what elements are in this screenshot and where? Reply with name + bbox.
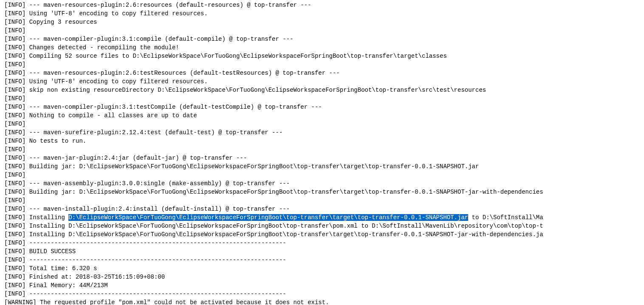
log-text: Installing D:\EclipseWorkSpace\ForTuoGon… xyxy=(29,231,543,238)
info-label: [INFO] xyxy=(4,197,25,204)
log-text: Total time: 6.320 s xyxy=(29,265,97,272)
console-output[interactable]: [INFO] --- maven-resources-plugin:2.6:re… xyxy=(0,0,644,305)
info-label: [INFO] xyxy=(4,206,25,212)
log-text: Building jar: D:\EclipseWorkSpace\ForTuo… xyxy=(29,163,479,170)
log-line: [INFO] --- maven-assembly-plugin:3.0.0:s… xyxy=(4,179,644,188)
info-label: [INFO] xyxy=(4,27,25,34)
log-text: --- maven-compiler-plugin:3.1:compile (d… xyxy=(29,36,294,42)
log-line: [INFO] Using 'UTF-8' encoding to copy fi… xyxy=(4,9,644,18)
log-line: [INFO] xyxy=(4,145,644,154)
log-line: [INFO] Installing D:\EclipseWorkSpace\Fo… xyxy=(4,213,644,222)
log-line: [INFO] Building jar: D:\EclipseWorkSpace… xyxy=(4,162,644,171)
log-line: [INFO] Installing D:\EclipseWorkSpace\Fo… xyxy=(4,230,644,239)
info-label: [INFO] xyxy=(4,87,25,93)
log-text: --- maven-surefire-plugin:2.12.4:test (d… xyxy=(29,129,283,136)
log-text: The requested profile "pom.xml" could no… xyxy=(40,299,329,305)
log-line: [INFO] --- maven-compiler-plugin:3.1:com… xyxy=(4,35,644,43)
info-label: [INFO] xyxy=(4,282,25,289)
info-label: [INFO] xyxy=(4,248,25,255)
log-text: --- maven-install-plugin:2.4:install (de… xyxy=(29,206,290,212)
log-text: ----------------------------------------… xyxy=(29,257,286,263)
log-line: [INFO] Using 'UTF-8' encoding to copy fi… xyxy=(4,77,644,86)
log-line: [INFO] Total time: 6.320 s xyxy=(4,264,644,273)
info-label: [INFO] xyxy=(4,70,25,76)
info-label: [INFO] xyxy=(4,36,25,42)
log-line: [INFO] Installing D:\EclipseWorkSpace\Fo… xyxy=(4,222,644,230)
info-label: [INFO] xyxy=(4,104,25,110)
log-text: BUILD SUCCESS xyxy=(29,248,76,255)
log-line: [INFO] Finished at: 2018-03-25T16:15:09+… xyxy=(4,273,644,281)
info-label: [INFO] xyxy=(4,163,25,170)
info-label: [INFO] xyxy=(4,231,25,238)
log-line: [INFO] xyxy=(4,120,644,128)
log-line: [INFO] ---------------------------------… xyxy=(4,239,644,247)
info-label: [INFO] xyxy=(4,155,25,161)
log-line: [INFO] xyxy=(4,94,644,103)
info-label: [INFO] xyxy=(4,44,25,51)
info-label: [INFO] xyxy=(4,53,25,59)
info-label: [INFO] xyxy=(4,274,25,280)
info-label: [INFO] xyxy=(4,240,25,246)
log-text: --- maven-assembly-plugin:3.0.0:single (… xyxy=(29,180,290,187)
log-text: ----------------------------------------… xyxy=(29,240,286,246)
log-text: --- maven-resources-plugin:2.6:testResou… xyxy=(29,70,340,76)
selected-path: D:\EclipseWorkSpace\ForTuoGong\EclipseWo… xyxy=(68,214,468,221)
warning-label: [WARNING] xyxy=(4,299,37,305)
log-text: Nothing to compile - all classes are up … xyxy=(29,112,197,119)
log-line: [INFO] Compiling 52 source files to D:\E… xyxy=(4,52,644,60)
info-label: [INFO] xyxy=(4,214,25,221)
log-line: [INFO] --- maven-surefire-plugin:2.12.4:… xyxy=(4,128,644,137)
log-line: [INFO] --- maven-install-plugin:2.4:inst… xyxy=(4,205,644,213)
log-text: --- maven-compiler-plugin:3.1:testCompil… xyxy=(29,104,322,110)
info-label: [INFO] xyxy=(4,10,25,17)
log-line: [INFO] xyxy=(4,60,644,69)
log-text: Finished at: 2018-03-25T16:15:09+08:00 xyxy=(29,274,165,280)
log-line: [WARNING] The requested profile "pom.xml… xyxy=(4,298,644,305)
log-line: [INFO] --- maven-compiler-plugin:3.1:tes… xyxy=(4,103,644,111)
log-line: [INFO] xyxy=(4,196,644,205)
info-label: [INFO] xyxy=(4,121,25,127)
info-label: [INFO] xyxy=(4,2,25,8)
log-text: Using 'UTF-8' encoding to copy filtered … xyxy=(29,78,208,85)
log-text: skip non existing resourceDirectory D:\E… xyxy=(29,87,486,93)
info-label: [INFO] xyxy=(4,95,25,102)
log-text: Compiling 52 source files to D:\EclipseW… xyxy=(29,53,447,59)
log-line: [INFO] xyxy=(4,171,644,179)
log-line: [INFO] Final Memory: 44M/213M xyxy=(4,281,644,290)
log-line: [INFO] --- maven-jar-plugin:2.4:jar (def… xyxy=(4,154,644,162)
log-line: [INFO] ---------------------------------… xyxy=(4,256,644,264)
log-line: [INFO] No tests to run. xyxy=(4,137,644,145)
info-label: [INFO] xyxy=(4,180,25,187)
info-label: [INFO] xyxy=(4,146,25,153)
log-text: Final Memory: 44M/213M xyxy=(29,282,108,289)
log-text: ----------------------------------------… xyxy=(29,291,286,297)
log-text: Installing D:\EclipseWorkSpace\ForTuoGon… xyxy=(29,223,543,229)
log-line: [INFO] Changes detected - recompiling th… xyxy=(4,43,644,52)
log-line: [INFO] Copying 3 resources xyxy=(4,18,644,26)
info-label: [INFO] xyxy=(4,257,25,263)
info-label: [INFO] xyxy=(4,19,25,25)
info-label: [INFO] xyxy=(4,265,25,272)
info-label: [INFO] xyxy=(4,78,25,85)
log-text: to D:\SoftInstall\Ma xyxy=(468,214,543,221)
info-label: [INFO] xyxy=(4,129,25,136)
log-text: Using 'UTF-8' encoding to copy filtered … xyxy=(29,10,208,17)
info-label: [INFO] xyxy=(4,172,25,178)
log-line: [INFO] ---------------------------------… xyxy=(4,290,644,298)
log-line: [INFO] Building jar: D:\EclipseWorkSpace… xyxy=(4,188,644,196)
info-label: [INFO] xyxy=(4,223,25,229)
log-text: --- maven-jar-plugin:2.4:jar (default-ja… xyxy=(29,155,247,161)
log-line: [INFO] xyxy=(4,26,644,35)
info-label: [INFO] xyxy=(4,138,25,144)
log-text: Copying 3 resources xyxy=(29,19,97,25)
log-line: [INFO] --- maven-resources-plugin:2.6:re… xyxy=(4,1,644,9)
log-line: [INFO] BUILD SUCCESS xyxy=(4,247,644,256)
info-label: [INFO] xyxy=(4,112,25,119)
log-line: [INFO] skip non existing resourceDirecto… xyxy=(4,86,644,94)
log-line: [INFO] Nothing to compile - all classes … xyxy=(4,111,644,120)
log-text: No tests to run. xyxy=(29,138,86,144)
info-label: [INFO] xyxy=(4,291,25,297)
info-label: [INFO] xyxy=(4,61,25,68)
log-text: Changes detected - recompiling the modul… xyxy=(29,44,179,51)
log-text: Installing xyxy=(29,214,68,221)
